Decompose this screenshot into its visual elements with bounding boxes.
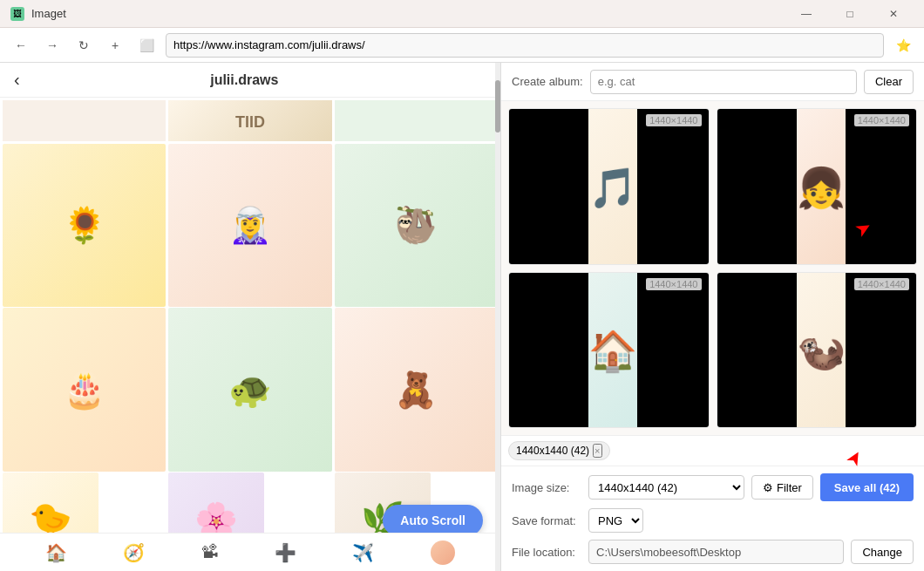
app-icon: 🖼 [10,7,24,21]
url-input[interactable] [166,33,884,58]
image-dimension-4: 1440×1440 [854,278,909,290]
image-size-label: Image size: [512,481,581,494]
illustration-1: 🎵 [588,109,637,265]
cell-emoji-1: 🌻 [3,144,166,307]
image-grid: 1440×1440 🎵 450960918_10214325828954657_… [501,101,924,435]
album-label: Create album: [512,75,583,88]
instagram-header: ‹ julii.draws [0,63,500,98]
window-controls: — □ ✕ [786,0,914,28]
instagram-username: julii.draws [31,72,459,88]
bookmark-icon[interactable]: ⭐ [891,33,915,58]
maximize-button[interactable]: □ [830,0,870,28]
title-bar-left: 🖼 Imaget [10,7,66,21]
illustration-3: 🏠 [588,273,637,429]
black-block-3 [509,273,588,429]
instagram-panel: ‹ julii.draws TIID 🌻 🧝‍♀️ 🦥 🎂 [0,63,501,571]
tag-label: 1440x1440 (42) [516,445,589,457]
new-tab-button[interactable]: + [103,33,127,58]
grid-cell-2: 🧝‍♀️ [168,144,331,307]
control-row-1: Image size: 1440x1440 (42) ⚙ Filter Save… [512,473,914,501]
tag-close-button[interactable]: × [593,444,601,458]
control-row-3: File location: Change [512,540,914,564]
illustration-4: 🦦 [797,273,846,429]
bottom-controls: Image size: 1440x1440 (42) ⚙ Filter Save… [501,466,924,571]
image-card-1-preview: 1440×1440 🎵 [509,109,709,265]
image-size-select[interactable]: 1440x1440 (42) [588,475,744,500]
reels-nav-button[interactable]: 📽 [201,542,219,562]
messages-nav-button[interactable]: ✈️ [352,542,374,563]
file-location-input[interactable] [588,540,844,564]
close-button[interactable]: ✕ [873,0,914,28]
back-button[interactable]: ← [9,33,33,58]
black-block-4 [717,273,797,429]
album-input[interactable] [590,70,857,94]
image-card-4-preview: 1440×1440 🦦 [717,273,917,429]
image-preview-4: 🦦 [717,273,917,429]
filter-icon: ⚙ [763,481,773,494]
add-nav-button[interactable]: ➕ [275,542,296,563]
image-preview-1: 🎵 [509,109,709,265]
format-select[interactable]: PNG [588,508,643,533]
main-layout: ‹ julii.draws TIID 🌻 🧝‍♀️ 🦥 🎂 [0,63,924,571]
location-label: File location: [512,546,581,559]
address-icon[interactable]: ⬜ [134,33,159,58]
partial-cell-text: TIID [168,100,331,141]
control-row-2: Save format: PNG [512,508,914,533]
cell-emoji-5: 🐢 [168,308,331,471]
refresh-button[interactable]: ↻ [71,33,96,58]
title-bar: 🖼 Imaget — □ ✕ [0,0,924,28]
minimize-button[interactable]: — [786,0,826,28]
black-block-1 [509,109,588,265]
cell-emoji-2: 🧝‍♀️ [168,144,331,307]
address-bar: ← → ↻ + ⬜ ⭐ [0,28,924,63]
save-all-container: Save all (42) ➤ [820,473,914,501]
partial-cell [3,100,166,141]
clear-button[interactable]: Clear [864,70,914,94]
explore-nav-button[interactable]: 🧭 [123,542,145,563]
size-tag: 1440x1440 (42) × [508,441,610,460]
image-preview-3: 🏠 [509,273,709,429]
image-dimension-2: 1440×1440 [854,114,909,126]
avatar [431,540,455,565]
image-card-4: 1440×1440 🦦 otter illustration Save [717,272,918,429]
app-title: Imaget [31,7,66,20]
image-card-2: 1440×1440 👧 452232508_753850713428958_38… [717,108,918,265]
grid-cell-4: 🎂 [3,308,166,471]
home-nav-button[interactable]: 🏠 [45,542,67,563]
illustration-2: 👧 [797,109,846,265]
instagram-partial-row: TIID [0,98,500,141]
grid-cell-5: 🐢 [168,308,331,471]
scroll-thumb[interactable] [495,80,500,133]
instagram-back-button[interactable]: ‹ [14,70,20,90]
filter-label: Filter [777,481,802,494]
forward-button[interactable]: → [40,33,65,58]
image-card-2-preview: 1440×1440 👧 [717,109,917,265]
cell-emoji-3: 🦥 [335,144,498,307]
grid-cell-6: 🧸 [335,308,498,471]
save-all-button[interactable]: Save all (42) [820,473,914,501]
black-block-4b [846,273,917,429]
partial-cell-3 [335,100,498,141]
grid-cell-1: 🌻 [3,144,166,307]
image-card-1: 1440×1440 🎵 450960918_10214325828954657_… [508,108,710,265]
album-bar: Create album: Clear [501,63,924,101]
cell-emoji-4: 🎂 [3,308,166,471]
black-block-1b [637,109,709,265]
image-card-3: 1440×1440 🏠 cafe illustration Save [508,272,710,429]
instagram-bottom-nav: 🏠 🧭 📽 ➕ ✈️ [0,533,500,571]
auto-scroll-button[interactable]: Auto Scroll [383,505,483,536]
scroll-track[interactable] [495,63,500,571]
image-dimension-3: 1440×1440 [646,278,701,290]
cell-emoji-6: 🧸 [335,308,498,471]
black-block-2b [846,109,917,265]
tags-bar: 1440x1440 (42) × [501,435,924,466]
format-label: Save format: [512,514,581,527]
filter-button[interactable]: ⚙ Filter [751,475,813,500]
image-preview-2: 👧 [717,109,917,265]
black-block-2 [717,109,797,265]
change-button[interactable]: Change [851,540,914,564]
grid-cell-3: 🦥 [335,144,498,307]
image-dimension-1: 1440×1440 [646,114,701,126]
right-panel: Create album: Clear 1440×1440 🎵 [501,63,924,571]
black-block-3b [637,273,709,429]
